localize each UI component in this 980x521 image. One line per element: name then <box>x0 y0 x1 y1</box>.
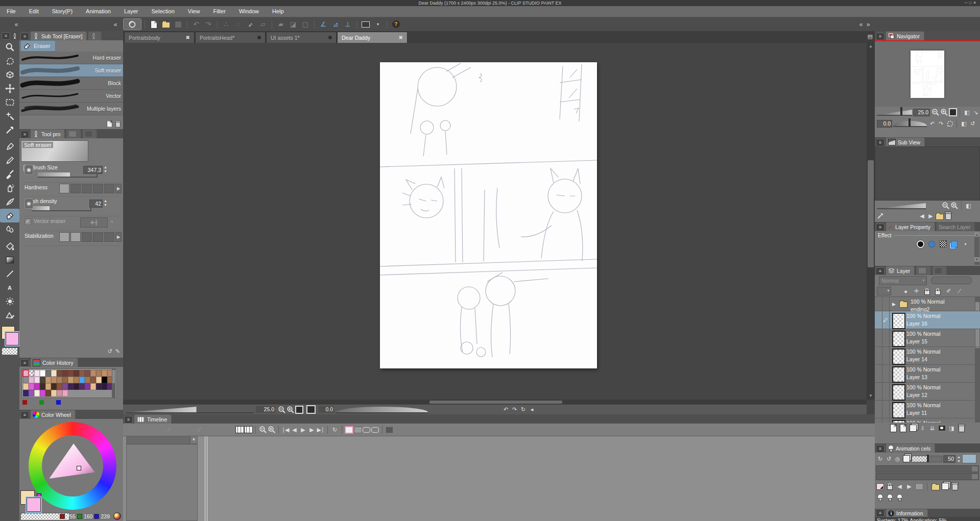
cel-dropdown-2[interactable] <box>876 473 979 480</box>
history-swatch[interactable] <box>74 383 79 390</box>
tab-layer-extra-1[interactable] <box>916 266 931 275</box>
menu-edit[interactable]: Edit <box>22 6 45 17</box>
expand-folder-icon[interactable]: ▶ <box>892 302 896 307</box>
brush-density-spinner[interactable]: ▲▼ <box>103 199 108 207</box>
history-swatch[interactable] <box>96 370 102 377</box>
onion-skin-opacity-slider[interactable] <box>912 456 942 462</box>
help-icon[interactable]: ? <box>390 19 401 30</box>
history-swatch[interactable] <box>90 377 96 383</box>
border-effect-2-icon[interactable] <box>927 240 936 248</box>
border-effect-icon[interactable] <box>916 240 925 248</box>
tab-tool-property[interactable]: Tool pro <box>30 129 65 138</box>
rotate-right-status-icon[interactable]: ↷ <box>510 406 519 414</box>
rotate-left-nav-icon[interactable]: ↶ <box>928 119 937 128</box>
color-history-menu-icon[interactable]: ≡ <box>20 359 29 367</box>
zoom-in-nav-icon[interactable] <box>940 108 948 116</box>
document-tab-portraitshead[interactable]: PortraitsHead* <box>195 32 266 43</box>
new-canvas-icon[interactable] <box>148 19 159 30</box>
layer-visibility-cell[interactable] <box>875 297 882 311</box>
timeline-track-dropdown[interactable]: ▼ <box>127 436 197 444</box>
enable-onion-skin-icon[interactable] <box>345 426 353 434</box>
tool-property-menu-icon[interactable]: ≡ <box>20 131 29 138</box>
navigator-preview[interactable] <box>875 41 980 107</box>
layer-visibility-cell[interactable] <box>875 418 882 423</box>
canvas-vertical-scrollbar[interactable]: ▲ ▼ <box>867 43 875 400</box>
new-raster-layer-icon[interactable] <box>889 424 898 432</box>
collapse-left-panel-icon[interactable]: « <box>111 21 119 28</box>
segment-4[interactable] <box>93 184 103 193</box>
layer-thumbnail[interactable] <box>892 420 905 423</box>
pen-tool[interactable] <box>0 140 19 154</box>
window-control-icon[interactable]: ✕ <box>973 1 978 5</box>
history-swatch[interactable] <box>85 370 90 377</box>
history-swatch[interactable] <box>62 390 68 396</box>
collapse-left-strip-icon[interactable]: « <box>12 21 20 28</box>
rotate-right-nav-icon[interactable]: ↷ <box>937 119 945 128</box>
timeline-options-icon[interactable] <box>385 426 394 434</box>
move-tool[interactable] <box>0 82 19 95</box>
history-swatch[interactable] <box>68 390 74 396</box>
open-file-icon[interactable] <box>160 19 172 30</box>
screen-settings-icon[interactable] <box>360 19 371 30</box>
tab-tool-extra[interactable] <box>82 129 97 138</box>
flip-horizontal-nav-icon[interactable]: ◧ <box>963 108 971 116</box>
history-swatch[interactable] <box>79 377 85 383</box>
window-controls[interactable]: ─□✕ <box>965 0 978 6</box>
layer-thumbnail[interactable] <box>892 366 905 383</box>
history-swatch[interactable] <box>62 370 68 377</box>
history-swatch[interactable] <box>57 383 62 390</box>
tab-layer[interactable]: Layer <box>886 266 915 275</box>
brush-size-value[interactable]: 347.3 <box>83 166 103 174</box>
cel-light-table-icon[interactable] <box>886 493 894 501</box>
menu-help[interactable]: Help <box>266 6 291 17</box>
open-cel-folder-icon[interactable] <box>931 482 940 490</box>
history-swatch[interactable] <box>45 370 51 377</box>
tab-layer-property[interactable]: ✓ Layer Property <box>886 222 935 231</box>
layer-row-layer-14[interactable]: 100 % NormalLayer 14 <box>875 347 980 365</box>
segment-expand-icon[interactable]: ▶ <box>115 184 122 193</box>
pin-layer-icon[interactable]: ✛ <box>912 287 921 295</box>
canvas-rotation-slider[interactable] <box>336 406 428 413</box>
history-swatch[interactable] <box>90 383 96 390</box>
close-tab-icon[interactable]: ✖ <box>399 35 403 40</box>
tab-layer-extra-2[interactable] <box>932 266 947 275</box>
history-swatch[interactable] <box>79 390 85 396</box>
canvas-zoom-slider[interactable] <box>126 406 254 413</box>
sub-view-eyedropper-icon[interactable] <box>877 212 884 219</box>
fit-to-window-icon[interactable] <box>295 406 303 414</box>
history-swatch[interactable] <box>51 383 57 390</box>
vector-eraser-checkbox[interactable]: ✓ <box>25 218 31 225</box>
layer-row-layer-11[interactable]: 100 % NormalLayer 11 <box>875 401 980 418</box>
timeline-menu-icon[interactable]: ≡ <box>124 416 133 424</box>
figure-tool[interactable] <box>0 267 19 281</box>
open-image-icon[interactable] <box>935 212 944 220</box>
operation-tool[interactable] <box>0 68 19 82</box>
fit-to-screen-box-icon[interactable] <box>306 405 316 414</box>
history-swatch[interactable] <box>51 370 57 377</box>
lock-layer-icon[interactable] <box>923 287 931 295</box>
history-swatch[interactable] <box>23 390 29 396</box>
layer-folder-ending2[interactable]: ▶100 % Normalending2 <box>875 297 980 311</box>
menu-window[interactable]: Window <box>232 6 266 17</box>
menu-file[interactable]: File <box>0 6 22 17</box>
segment-3[interactable] <box>82 184 92 193</box>
history-swatch[interactable] <box>51 377 57 383</box>
text-tool[interactable]: A <box>0 281 19 294</box>
history-swatch[interactable] <box>29 377 34 383</box>
pencil-tool[interactable] <box>0 154 19 167</box>
history-swatch[interactable] <box>40 390 45 396</box>
tab-sub-view[interactable]: Sub View <box>886 137 925 146</box>
sub-color-chip[interactable] <box>6 332 19 345</box>
gradient-tool[interactable] <box>0 253 19 267</box>
document-tab-uiassets1[interactable]: UI assets 1* <box>266 32 337 43</box>
segment-2[interactable] <box>70 232 81 242</box>
onion-color-box[interactable] <box>962 454 976 463</box>
sub-color-chip-2[interactable] <box>27 498 41 512</box>
layer-thumbnail[interactable] <box>892 313 905 329</box>
history-swatch[interactable] <box>34 383 40 390</box>
unsaved-dot-icon[interactable] <box>257 36 261 39</box>
decoration-tool[interactable] <box>0 195 19 209</box>
create-layer-mask-icon[interactable] <box>938 424 946 432</box>
history-swatch[interactable] <box>74 377 79 383</box>
history-swatch[interactable] <box>29 383 34 390</box>
